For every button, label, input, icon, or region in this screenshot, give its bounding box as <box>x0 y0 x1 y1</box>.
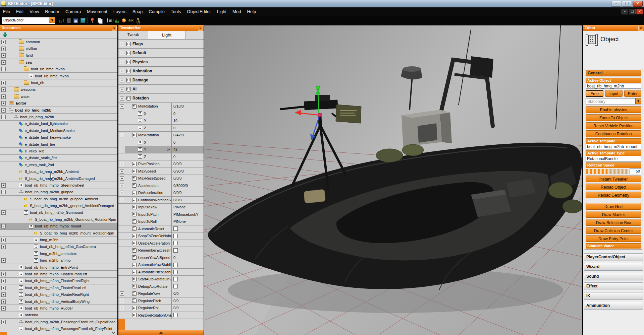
property-value[interactable]: PINone <box>171 218 204 225</box>
tweaker-property-row[interactable]: Y>42 <box>118 146 204 153</box>
property-value[interactable] <box>171 225 204 232</box>
tree-expand-toggle[interactable]: + <box>1 81 6 85</box>
checkbox[interactable] <box>173 313 178 317</box>
tree-item[interactable]: +water <box>0 93 117 100</box>
tree-expand-toggle[interactable]: + <box>1 47 6 51</box>
chevron-down-icon[interactable]: ▼ <box>49 17 55 23</box>
tweaker-expand-toggle[interactable]: − <box>120 133 124 137</box>
property-value[interactable] <box>171 232 204 240</box>
checkbox[interactable] <box>173 270 178 274</box>
draw-grid-button[interactable]: Draw Grid <box>586 203 641 210</box>
terrain-grass-icon[interactable] <box>114 17 120 24</box>
tree-expand-toggle[interactable]: − <box>1 115 6 119</box>
tweaker-property-row[interactable]: +RegulateYaw0/0 <box>118 290 204 297</box>
tree-expand-toggle[interactable]: + <box>1 292 6 297</box>
property-value[interactable]: 0 <box>171 153 204 160</box>
menu-movement[interactable]: Movement <box>84 9 110 14</box>
menu-render[interactable]: Render <box>42 9 62 14</box>
section-effect[interactable]: Effect <box>584 282 643 290</box>
tree-expand-toggle[interactable]: + <box>1 286 6 290</box>
tree-expand-toggle[interactable]: + <box>1 306 6 311</box>
tree-item[interactable]: S_boat_rib_hmg_m2hb_gunpod_Ambient <box>0 196 117 202</box>
tweaker-expand-toggle[interactable]: + <box>120 176 124 181</box>
tweaker-expand-toggle[interactable]: + <box>120 162 124 166</box>
property-value[interactable]: 0 <box>171 254 204 261</box>
property-value[interactable]: 0/5000/0 <box>171 182 204 189</box>
checkbox[interactable] <box>173 263 178 267</box>
property-value[interactable]: 0/0 <box>171 290 204 297</box>
menu-mod[interactable]: Mod <box>229 9 244 14</box>
tweaker-scroll-up-bar[interactable] <box>118 330 204 335</box>
draw-collision-center-button[interactable]: Draw Collision Center <box>586 227 641 234</box>
draw-marker-button[interactable]: Draw Marker <box>586 211 641 218</box>
tree-item[interactable]: S_boat_rib_hmg_m2hb_gunpod_AmbientDamage… <box>0 202 117 209</box>
tweaker-property-row[interactable]: LesserYawAtSpeed0 <box>118 254 204 262</box>
active-object-field[interactable] <box>586 83 641 89</box>
property-value[interactable]: 0 <box>171 139 204 146</box>
tweaker-property-row[interactable]: AutomaticYawStabilization <box>118 261 204 269</box>
reload-geometry-button[interactable]: Reload Geometry <box>586 192 641 198</box>
tree-item[interactable]: −boat_rib_hmg_m2hb_gunpod <box>0 189 117 196</box>
tweaker-section-ai[interactable]: +AI <box>118 85 204 94</box>
tree-item[interactable]: −boat_rib_hmg_m2hb <box>0 107 117 114</box>
property-value[interactable] <box>171 247 204 254</box>
property-value[interactable]: 0/10/0 <box>171 103 204 110</box>
motion-select[interactable]: Stationary ▼ <box>586 98 641 105</box>
property-value[interactable]: 0/0/0 <box>171 175 204 182</box>
property-value[interactable]: 0/90/0 <box>171 168 204 175</box>
tree-item[interactable]: boat_rib_hmg_m2hb <box>0 73 117 79</box>
render-target-icon[interactable] <box>107 17 113 24</box>
tweaker-property-row[interactable]: +MaxSpeed0/90/0 <box>118 168 204 175</box>
tweaker-property-row[interactable]: AutomaticReset <box>118 225 204 233</box>
tweaker-property-row[interactable]: InputToPitchPIMouseLookY <box>118 211 204 218</box>
tweaker-property-row[interactable]: +ContinousRotationSpeed0/0/0 <box>118 197 204 204</box>
tree-item[interactable]: boat_rib_hmg_m2hb_PassengerFrontLeft_Ent… <box>0 325 117 332</box>
tweaker-property-row[interactable]: +DeAcceleration0/0/0 <box>118 189 204 197</box>
section-ammunition[interactable]: Ammunition <box>584 302 643 310</box>
tree-expand-toggle[interactable]: − <box>1 60 6 65</box>
tree-item[interactable]: antenna <box>0 312 117 319</box>
tree-item[interactable]: +boat_rib_hmg_m2hb_FloaterFrontLeft <box>0 271 117 277</box>
tree-expand-toggle[interactable]: + <box>1 183 6 188</box>
property-value[interactable] <box>171 276 204 283</box>
tree-item[interactable]: S_boat_rib_hmg_m2hb_AmbientDamaged <box>0 175 117 182</box>
tweaker-expand-toggle[interactable]: + <box>120 87 124 91</box>
tweaker-property-row[interactable]: SnapToZeroOnNoInput <box>118 232 204 240</box>
duplicate-icon[interactable] <box>97 17 103 24</box>
save-icon[interactable] <box>72 17 79 24</box>
tweaker-property-row[interactable]: +RegulateRoll0/0 <box>118 305 204 312</box>
tweaker-property-row[interactable]: UseDeAcceleration <box>118 240 204 247</box>
tree-item[interactable]: +boat_rib_hmg_m2hb_Steeringwheel <box>0 182 117 189</box>
checkbox[interactable] <box>173 277 178 281</box>
tweaker-property-row[interactable]: InputToYawPINone <box>118 204 204 211</box>
tweaker-expand-toggle[interactable]: + <box>120 184 124 188</box>
paste-icon[interactable] <box>65 17 72 24</box>
tweaker-expand-toggle[interactable]: + <box>120 169 124 174</box>
section-wizard[interactable]: Wizard <box>584 263 643 271</box>
tree-item[interactable]: +civilian <box>0 45 117 52</box>
checkbox[interactable] <box>173 241 178 245</box>
tree-expand-toggle[interactable]: + <box>1 238 6 242</box>
tree-item[interactable]: +boat_rib_hmg_m2hb_VerticalBodyWing <box>0 298 117 305</box>
menu-compile[interactable]: Compile <box>146 9 168 14</box>
property-value[interactable]: 0/0/0 <box>171 189 204 196</box>
import-icon[interactable] <box>58 17 65 24</box>
tree-item[interactable]: hmg_m2hb_ammobox <box>0 250 117 257</box>
tweaker-property-row[interactable]: Y10 <box>118 117 204 125</box>
tweaker-section-animation[interactable]: +Animation <box>118 67 204 76</box>
tweaker-property-row[interactable]: Z0 <box>118 125 204 132</box>
checkbox[interactable] <box>173 284 178 288</box>
menu-layers[interactable]: Layers <box>110 9 129 14</box>
tree-item[interactable]: +land <box>0 52 117 59</box>
property-value[interactable]: 0/0/0 <box>171 197 204 204</box>
tweaker-property-row[interactable]: DebugAutoRotate <box>118 283 204 290</box>
tree-item[interactable]: +boat_rib_hmg_m2hb_FloaterRearRight <box>0 291 117 298</box>
tweaker-expand-toggle[interactable]: + <box>120 299 124 303</box>
property-value[interactable]: 0/0 <box>171 305 204 312</box>
tweaker-expand-toggle[interactable]: + <box>120 306 124 310</box>
tweaker-section-physics[interactable]: +Physics <box>118 58 204 67</box>
tree-item[interactable]: S_boat_rib_hmg_m2hb_Gunmount_RotationRpm <box>0 216 117 223</box>
tweaker-property-row[interactable]: X0 <box>118 110 204 118</box>
tweaker-expand-toggle[interactable]: − <box>120 96 124 100</box>
tweaker-property-row[interactable]: −MinRotation0/10/0 <box>118 103 204 110</box>
